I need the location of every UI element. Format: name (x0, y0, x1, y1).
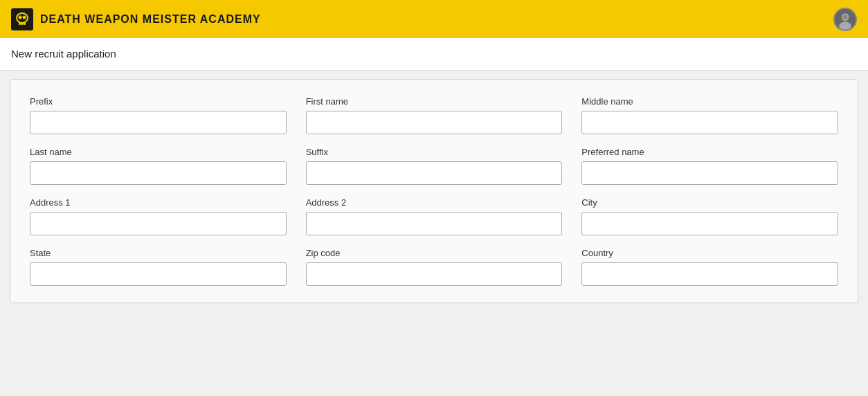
field-first-name: First name (306, 96, 563, 134)
user-avatar[interactable] (833, 8, 857, 31)
svg-point-10 (839, 21, 851, 30)
input-prefix[interactable] (30, 111, 287, 134)
form-card: PrefixFirst nameMiddle nameLast nameSuff… (10, 79, 858, 303)
label-state: State (30, 248, 287, 258)
label-country: Country (581, 248, 838, 258)
input-first-name[interactable] (306, 111, 563, 134)
input-state[interactable] (30, 262, 287, 286)
page-title-bar: New recruit application (0, 38, 868, 71)
label-address1: Address 1 (30, 197, 287, 208)
app-title: DEATH WEAPON MEISTER ACADEMY (40, 13, 261, 26)
field-country: Country (581, 248, 838, 286)
svg-point-4 (23, 15, 26, 19)
label-suffix: Suffix (306, 147, 563, 157)
svg-rect-6 (21, 22, 24, 25)
input-preferred-name[interactable] (581, 161, 838, 185)
label-first-name: First name (306, 96, 563, 107)
field-zip-code: Zip code (306, 248, 563, 286)
field-preferred-name: Preferred name (581, 147, 838, 185)
header-left: DEATH WEAPON MEISTER ACADEMY (11, 8, 261, 30)
svg-point-3 (19, 15, 22, 19)
label-city: City (581, 197, 838, 208)
field-prefix: Prefix (30, 96, 287, 134)
input-last-name[interactable] (30, 161, 287, 185)
input-city[interactable] (581, 212, 838, 235)
form-grid: PrefixFirst nameMiddle nameLast nameSuff… (30, 96, 838, 286)
field-address1: Address 1 (30, 197, 287, 235)
label-middle-name: Middle name (581, 96, 838, 107)
page-title: New recruit application (11, 48, 116, 60)
main-content: PrefixFirst nameMiddle nameLast nameSuff… (0, 71, 868, 395)
label-last-name: Last name (30, 147, 287, 157)
label-zip-code: Zip code (306, 248, 563, 258)
label-prefix: Prefix (30, 96, 287, 107)
input-address2[interactable] (306, 212, 563, 235)
app-header: DEATH WEAPON MEISTER ACADEMY (0, 0, 868, 38)
label-address2: Address 2 (306, 197, 563, 208)
input-address1[interactable] (30, 212, 287, 235)
input-suffix[interactable] (306, 161, 563, 185)
app-logo-icon (11, 8, 33, 30)
field-last-name: Last name (30, 147, 287, 185)
input-middle-name[interactable] (581, 111, 838, 134)
input-zip-code[interactable] (306, 262, 563, 286)
svg-rect-7 (24, 22, 26, 25)
svg-rect-5 (19, 22, 21, 25)
input-country[interactable] (581, 262, 838, 286)
svg-point-11 (842, 14, 847, 19)
field-state: State (30, 248, 287, 286)
field-middle-name: Middle name (581, 96, 838, 134)
field-suffix: Suffix (306, 147, 563, 185)
field-city: City (581, 197, 838, 235)
svg-rect-12 (843, 19, 847, 21)
field-address2: Address 2 (306, 197, 563, 235)
label-preferred-name: Preferred name (581, 147, 838, 157)
